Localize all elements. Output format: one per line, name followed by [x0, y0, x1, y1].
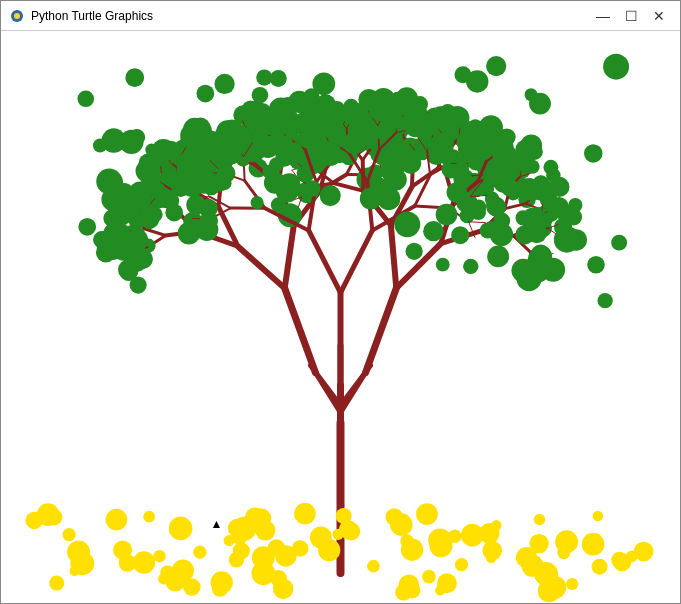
turtle-canvas [1, 31, 680, 603]
close-button[interactable]: ✕ [646, 6, 672, 26]
app-icon [9, 8, 25, 24]
window-controls: — ☐ ✕ [590, 6, 672, 26]
svg-point-1 [14, 13, 20, 19]
maximize-button[interactable]: ☐ [618, 6, 644, 26]
turtle-canvas-area [1, 31, 680, 603]
minimize-button[interactable]: — [590, 6, 616, 26]
app-window: Python Turtle Graphics — ☐ ✕ [0, 0, 681, 604]
window-title: Python Turtle Graphics [31, 9, 590, 23]
title-bar: Python Turtle Graphics — ☐ ✕ [1, 1, 680, 31]
